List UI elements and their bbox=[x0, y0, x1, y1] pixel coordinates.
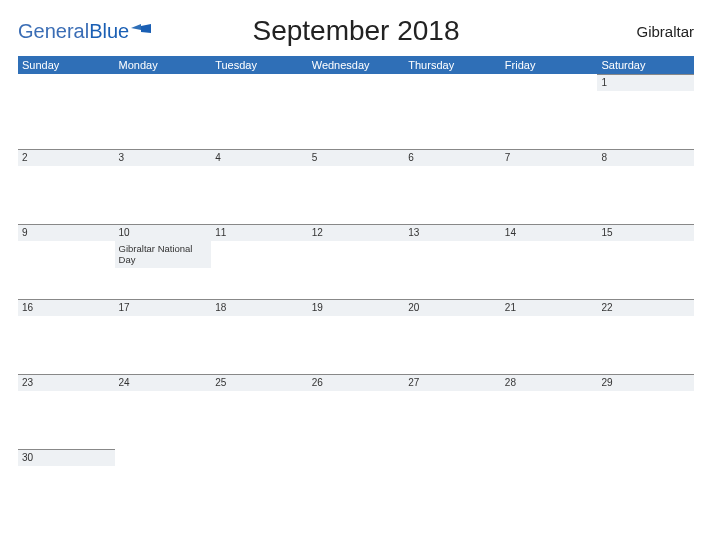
date-number: 15 bbox=[597, 225, 694, 241]
calendar-cell: 3 bbox=[115, 149, 212, 224]
date-number: 12 bbox=[308, 225, 405, 241]
brand-logo: GeneralBlue bbox=[18, 20, 138, 43]
date-number: 21 bbox=[501, 300, 598, 316]
calendar-cell: 25 bbox=[211, 374, 308, 449]
weekday-header: Sunday Monday Tuesday Wednesday Thursday… bbox=[18, 56, 694, 74]
calendar-row: 910Gibraltar National Day1112131415 bbox=[18, 224, 694, 299]
calendar-row: 2345678 bbox=[18, 149, 694, 224]
weekday-label: Wednesday bbox=[308, 59, 405, 71]
date-number: 16 bbox=[18, 300, 115, 316]
calendar-row: 16171819202122 bbox=[18, 299, 694, 374]
calendar-cell-empty bbox=[404, 74, 501, 149]
weekday-label: Tuesday bbox=[211, 59, 308, 71]
calendar-cell: 13 bbox=[404, 224, 501, 299]
date-number: 5 bbox=[308, 150, 405, 166]
date-number: 8 bbox=[597, 150, 694, 166]
calendar-cell: 7 bbox=[501, 149, 598, 224]
calendar-cell: 11 bbox=[211, 224, 308, 299]
date-number: 14 bbox=[501, 225, 598, 241]
date-number: 10 bbox=[115, 225, 212, 241]
calendar-row: 1 bbox=[18, 74, 694, 149]
calendar-cell: 6 bbox=[404, 149, 501, 224]
calendar-cell: 23 bbox=[18, 374, 115, 449]
calendar-event: Gibraltar National Day bbox=[115, 241, 212, 268]
calendar-cell: 21 bbox=[501, 299, 598, 374]
date-number: 2 bbox=[18, 150, 115, 166]
calendar-cell-empty bbox=[18, 74, 115, 149]
weekday-label: Monday bbox=[115, 59, 212, 71]
calendar-cell-empty bbox=[211, 449, 308, 519]
calendar-cell: 15 bbox=[597, 224, 694, 299]
date-number: 24 bbox=[115, 375, 212, 391]
date-number: 9 bbox=[18, 225, 115, 241]
calendar-cell-empty bbox=[115, 74, 212, 149]
calendar-cell: 18 bbox=[211, 299, 308, 374]
logo-text-blue: Blue bbox=[89, 20, 129, 43]
calendar-cell: 26 bbox=[308, 374, 405, 449]
calendar-cell: 9 bbox=[18, 224, 115, 299]
date-number: 22 bbox=[597, 300, 694, 316]
date-number: 3 bbox=[115, 150, 212, 166]
calendar-cell-empty bbox=[115, 449, 212, 519]
date-number: 19 bbox=[308, 300, 405, 316]
calendar-cell-empty bbox=[501, 449, 598, 519]
date-number: 6 bbox=[404, 150, 501, 166]
calendar-cell: 28 bbox=[501, 374, 598, 449]
calendar-title: September 2018 bbox=[138, 15, 574, 47]
calendar-cell: 19 bbox=[308, 299, 405, 374]
calendar-cell: 4 bbox=[211, 149, 308, 224]
calendar-cell: 29 bbox=[597, 374, 694, 449]
calendar-cell-empty bbox=[211, 74, 308, 149]
date-number: 29 bbox=[597, 375, 694, 391]
date-number: 30 bbox=[18, 450, 115, 466]
calendar-cell: 27 bbox=[404, 374, 501, 449]
calendar-grid: 12345678910Gibraltar National Day1112131… bbox=[18, 74, 694, 519]
date-number: 27 bbox=[404, 375, 501, 391]
calendar-cell-empty bbox=[501, 74, 598, 149]
weekday-label: Sunday bbox=[18, 59, 115, 71]
calendar-cell: 10Gibraltar National Day bbox=[115, 224, 212, 299]
date-number: 11 bbox=[211, 225, 308, 241]
calendar-cell: 24 bbox=[115, 374, 212, 449]
calendar-cell: 1 bbox=[597, 74, 694, 149]
calendar-cell: 12 bbox=[308, 224, 405, 299]
calendar-cell: 5 bbox=[308, 149, 405, 224]
calendar-cell: 22 bbox=[597, 299, 694, 374]
date-number: 1 bbox=[597, 75, 694, 91]
calendar-cell: 30 bbox=[18, 449, 115, 519]
date-number: 28 bbox=[501, 375, 598, 391]
date-number: 13 bbox=[404, 225, 501, 241]
logo-text-general: General bbox=[18, 20, 89, 43]
calendar-cell: 16 bbox=[18, 299, 115, 374]
region-label: Gibraltar bbox=[574, 23, 694, 40]
calendar-cell-empty bbox=[308, 449, 405, 519]
date-number: 23 bbox=[18, 375, 115, 391]
date-number: 18 bbox=[211, 300, 308, 316]
calendar-row: 30 bbox=[18, 449, 694, 519]
calendar-cell: 17 bbox=[115, 299, 212, 374]
calendar-cell-empty bbox=[597, 449, 694, 519]
date-number: 4 bbox=[211, 150, 308, 166]
date-number: 17 bbox=[115, 300, 212, 316]
weekday-label: Saturday bbox=[597, 59, 694, 71]
calendar-row: 23242526272829 bbox=[18, 374, 694, 449]
weekday-label: Thursday bbox=[404, 59, 501, 71]
calendar-cell-empty bbox=[404, 449, 501, 519]
calendar-cell-empty bbox=[308, 74, 405, 149]
date-number: 26 bbox=[308, 375, 405, 391]
calendar-cell: 8 bbox=[597, 149, 694, 224]
logo-wrap: GeneralBlue bbox=[18, 20, 138, 43]
date-number: 7 bbox=[501, 150, 598, 166]
calendar-cell: 20 bbox=[404, 299, 501, 374]
calendar-cell: 14 bbox=[501, 224, 598, 299]
calendar-cell: 2 bbox=[18, 149, 115, 224]
weekday-label: Friday bbox=[501, 59, 598, 71]
date-number: 20 bbox=[404, 300, 501, 316]
date-number: 25 bbox=[211, 375, 308, 391]
calendar-header: GeneralBlue September 2018 Gibraltar bbox=[18, 8, 694, 54]
